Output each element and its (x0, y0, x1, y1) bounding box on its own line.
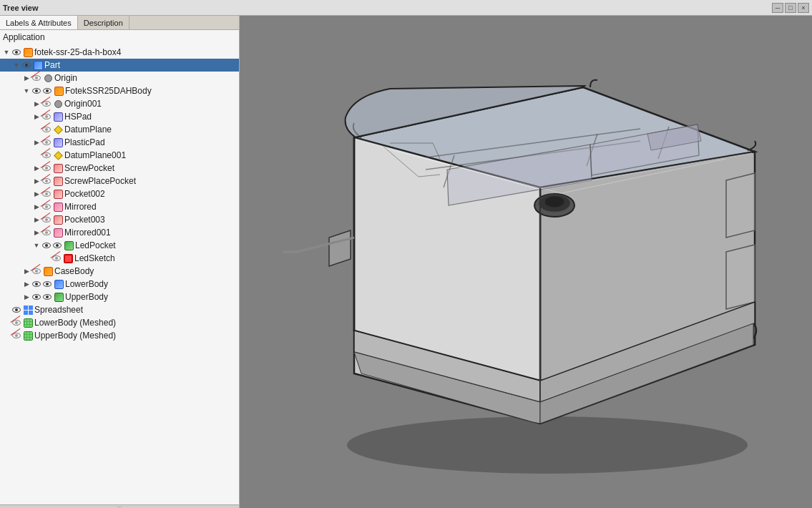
icon-eye-open-upperbody (31, 291, 41, 303)
tree-toggle-origin1[interactable]: ▶ (23, 74, 30, 82)
tree-item-screwplacepocket[interactable]: ▶ScrewPlacePocket (0, 175, 239, 187)
icon-cube-green-upperbody (53, 291, 64, 303)
tree-item-upperbody-meshed[interactable]: UpperBody (Meshed) (0, 329, 239, 342)
title-bar-controls: ─ □ × (772, 3, 809, 13)
icon-slashed-hspad (41, 111, 52, 122)
tree-label-casebody: CaseBody (54, 266, 94, 276)
icon-pad-hspad (52, 111, 64, 122)
tree-item-plasticpad[interactable]: ▶PlasticPad (0, 136, 239, 149)
icon-diamond-datumplane (52, 124, 64, 135)
icon-pocket-screwplacepocket (52, 175, 64, 187)
tree-label-ledpocket: LedPocket (75, 240, 116, 250)
tab-description[interactable]: Description (78, 16, 129, 29)
tree-toggle-upperbody[interactable]: ▶ (23, 293, 30, 301)
icon-origin-origin001 (52, 98, 64, 109)
icon-sketch-ledsketch (62, 253, 74, 264)
icon-eye-open-lowerbody (42, 278, 52, 290)
tree-item-upperbody[interactable]: ▶UpperBody (0, 290, 239, 303)
tree-toggle-pocket002[interactable]: ▶ (33, 190, 40, 197)
tree-label-upperbody: UpperBody (65, 292, 108, 302)
tree-item-datumplane[interactable]: DatumPlane (0, 123, 239, 136)
tree-label-body: FotekSSR25DAHBody (65, 86, 152, 96)
tree-item-origin1[interactable]: ▶Origin (0, 72, 239, 84)
title-bar: Tree view ─ □ × (0, 0, 812, 16)
tree-item-ledsketch[interactable]: LedSketch (0, 252, 239, 265)
tree-label-mirrored001: Mirrored001 (64, 228, 111, 238)
tree-toggle-screwpocket[interactable]: ▶ (33, 165, 40, 172)
icon-eye-open-ledpocket (41, 240, 52, 251)
main-layout: Labels & Attributes Description Applicat… (0, 16, 812, 508)
tree-label-spreadsheet: Spreadsheet (34, 305, 83, 315)
tree-label-root: fotek-ssr-25-da-h-box4 (34, 47, 121, 57)
icon-slashed-datumplane001 (41, 150, 52, 161)
tree-item-lowerbody[interactable]: ▶LowerBody (0, 278, 239, 290)
tree-item-casebody[interactable]: ▶CaseBody (0, 265, 239, 278)
tree-label-lowerbody: LowerBody (65, 279, 108, 289)
tree-label-mirrored: Mirrored (64, 202, 97, 212)
tree-toggle-casebody[interactable]: ▶ (23, 268, 30, 275)
icon-pocket-pocket002 (52, 188, 64, 200)
icon-eye-open-body (31, 85, 41, 97)
tree-toggle-mirrored001[interactable]: ▶ (33, 229, 40, 236)
tree-item-datumplane001[interactable]: DatumPlane001 (0, 149, 239, 162)
app-label: Application (0, 30, 239, 44)
tree-item-mirrored[interactable]: ▶Mirrored (0, 200, 239, 213)
panel-header: Labels & Attributes Description (0, 16, 239, 30)
icon-mirror-mirrored001 (52, 227, 64, 238)
tab-labels-attributes[interactable]: Labels & Attributes (0, 16, 78, 29)
icon-slashed-pocket002 (41, 188, 52, 200)
icon-mesh-lowerbody-meshed (22, 317, 34, 328)
tree-toggle-pocket003[interactable]: ▶ (33, 216, 40, 223)
minimize-button[interactable]: ─ (772, 3, 783, 13)
tree-toggle-mirrored[interactable]: ▶ (33, 203, 40, 210)
tree-item-lowerbody-meshed[interactable]: LowerBody (Meshed) (0, 316, 239, 329)
close-button[interactable]: × (798, 3, 809, 13)
icon-slashed-pocket003 (41, 214, 52, 225)
tree-toggle-screwplacepocket[interactable]: ▶ (33, 177, 40, 185)
tree-toggle-lowerbody[interactable]: ▶ (23, 280, 30, 288)
tree-label-screwpocket: ScrewPocket (64, 163, 114, 173)
maximize-button[interactable]: □ (785, 3, 796, 13)
icon-cube-blue-part (32, 59, 44, 71)
tree-label-part: Part (44, 60, 60, 70)
tree-item-ledpocket[interactable]: ▼LedPocket (0, 239, 239, 252)
tree-item-pocket002[interactable]: ▶Pocket002 (0, 187, 239, 200)
tree-item-pocket003[interactable]: ▶Pocket003 (0, 213, 239, 226)
tree-item-spreadsheet[interactable]: Spreadsheet (0, 303, 239, 316)
icon-cube-orange-casebody (42, 265, 54, 277)
icon-pocket-screwpocket (52, 162, 64, 174)
tree-item-body[interactable]: ▼FotekSSR25DAHBody (0, 84, 239, 97)
tree-toggle-hspad[interactable]: ▶ (33, 113, 40, 120)
icon-cube-green-ledpocket (63, 240, 74, 251)
icon-slashed-screwplacepocket (41, 175, 52, 187)
tree-toggle-root[interactable]: ▼ (3, 49, 10, 56)
tree-item-mirrored001[interactable]: ▶Mirrored001 (0, 226, 239, 239)
tree-item-part[interactable]: ▼Part (0, 59, 239, 72)
tree-area[interactable]: ▼fotek-ssr-25-da-h-box4▼Part▶Origin▼Fote… (0, 44, 239, 504)
tree-toggle-plasticpad[interactable]: ▶ (33, 139, 40, 146)
icon-slashed-origin001 (41, 98, 52, 109)
icon-diamond-datumplane001 (52, 150, 64, 161)
tree-item-root[interactable]: ▼fotek-ssr-25-da-h-box4 (0, 46, 239, 59)
tree-item-origin001[interactable]: ▶Origin001 (0, 97, 239, 110)
tree-item-hspad[interactable]: ▶HSPad (0, 110, 239, 123)
icon-slashed-plasticpad (41, 137, 52, 148)
icon-pad-plasticpad (52, 137, 64, 148)
icon-origin-origin1 (42, 72, 54, 84)
tree-item-screwpocket[interactable]: ▶ScrewPocket (0, 162, 239, 175)
icon-mesh-upperbody-meshed (22, 330, 34, 341)
tree-label-upperbody-meshed: UpperBody (Meshed) (34, 331, 116, 341)
3d-model-svg (240, 16, 812, 508)
tree-toggle-ledpocket[interactable]: ▼ (33, 242, 40, 249)
icon-mirror-mirrored (52, 201, 64, 213)
panel-resize-handle[interactable]: ··· (0, 504, 239, 508)
tree-toggle-origin001[interactable]: ▶ (33, 100, 40, 107)
icon-eye-open-spreadsheet (11, 304, 21, 316)
tree-label-ledsketch: LedSketch (74, 253, 115, 263)
icon-slashed-upperbody-meshed (11, 330, 21, 341)
3d-viewport[interactable] (240, 16, 812, 508)
tree-toggle-body[interactable]: ▼ (23, 87, 30, 94)
icon-pocket-pocket003 (52, 214, 64, 225)
tree-label-pocket003: Pocket003 (64, 215, 105, 225)
tree-toggle-part[interactable]: ▼ (13, 62, 20, 69)
